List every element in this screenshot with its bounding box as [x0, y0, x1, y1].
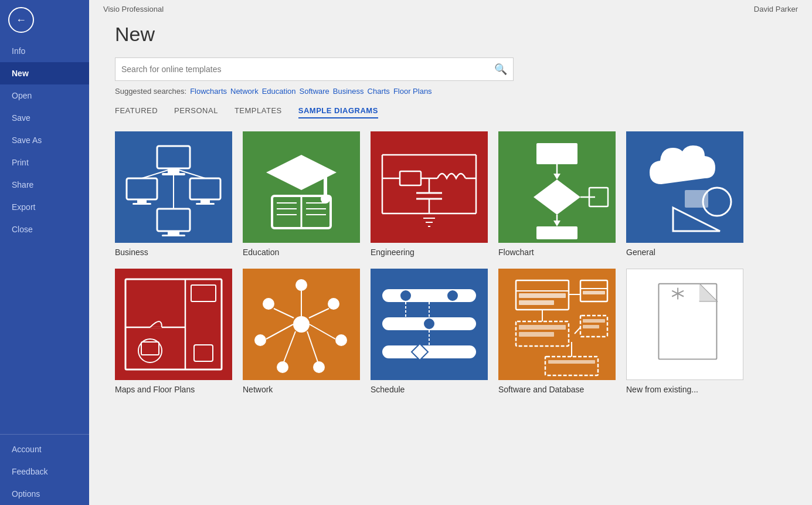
search-tag-floor-plans[interactable]: Floor Plans [393, 87, 432, 96]
tabs: FEATURED PERSONAL TEMPLATES SAMPLE DIAGR… [115, 106, 786, 118]
search-tag-business[interactable]: Business [333, 87, 364, 96]
svg-point-82 [423, 318, 435, 330]
sidebar-item-info[interactable]: Info [0, 40, 89, 62]
svg-rect-97 [519, 332, 554, 337]
svg-line-105 [575, 327, 580, 334]
svg-marker-52 [673, 208, 720, 231]
template-general[interactable]: General [626, 131, 743, 257]
svg-point-65 [328, 298, 339, 310]
sidebar-bottom: Account Feedback Options [0, 431, 89, 505]
svg-rect-8 [196, 203, 215, 205]
svg-rect-61 [191, 285, 216, 301]
svg-line-77 [274, 309, 294, 318]
tab-sample-diagrams[interactable]: SAMPLE DIAGRAMS [298, 106, 378, 118]
template-schedule-label: Schedule [371, 385, 488, 394]
sidebar-item-feedback[interactable]: Feedback [0, 460, 89, 483]
svg-rect-96 [519, 325, 566, 330]
svg-point-68 [277, 361, 288, 373]
search-tag-software[interactable]: Software [300, 87, 329, 96]
svg-line-76 [266, 324, 293, 339]
svg-line-74 [307, 331, 318, 362]
sidebar: ← Info New Open Save Save As Print Share… [0, 0, 89, 505]
sidebar-item-save[interactable]: Save [0, 107, 89, 129]
search-input[interactable] [121, 65, 494, 74]
template-network-label: Network [243, 385, 360, 394]
svg-rect-6 [190, 178, 220, 199]
svg-rect-90 [519, 293, 566, 298]
sidebar-item-print[interactable]: Print [0, 151, 89, 174]
sidebar-nav: Info New Open Save Save As Print Share E… [0, 40, 89, 505]
svg-rect-11 [162, 235, 185, 236]
template-maps-floor-label: Maps and Floor Plans [115, 385, 232, 394]
template-software-db[interactable]: Software and Database [498, 269, 616, 394]
template-flowchart-label: Flowchart [498, 248, 616, 257]
sidebar-item-close[interactable]: Close [0, 218, 89, 240]
svg-rect-0 [157, 146, 190, 168]
sidebar-item-new[interactable]: New [0, 62, 89, 84]
svg-point-70 [263, 298, 274, 310]
template-maps-floor[interactable]: Maps and Floor Plans [115, 269, 232, 394]
template-grid: Business [115, 131, 786, 394]
svg-rect-54 [685, 190, 708, 208]
svg-point-69 [254, 334, 266, 346]
svg-point-66 [335, 334, 347, 346]
search-tag-network[interactable]: Network [230, 87, 259, 96]
main-content: Visio Professional David Parker New 🔍 Su… [89, 0, 812, 505]
template-new-existing-label: New from existing... [626, 385, 743, 394]
sidebar-item-export[interactable]: Export [0, 196, 89, 218]
content-area: 🔍 Suggested searches: Flowcharts Network… [89, 57, 812, 412]
sidebar-item-open[interactable]: Open [0, 84, 89, 107]
template-education[interactable]: Education [243, 131, 360, 257]
svg-rect-78 [382, 289, 476, 302]
svg-rect-4 [137, 199, 147, 203]
template-education-label: Education [243, 248, 360, 257]
search-tag-flowcharts[interactable]: Flowcharts [190, 87, 227, 96]
svg-rect-5 [132, 203, 151, 205]
template-flowchart[interactable]: Flowchart [498, 131, 616, 257]
template-engineering[interactable]: Engineering [371, 131, 488, 257]
svg-rect-27 [400, 171, 421, 185]
svg-rect-101 [545, 357, 598, 375]
svg-line-73 [310, 324, 335, 339]
svg-marker-48 [553, 221, 560, 226]
search-box: 🔍 [115, 57, 514, 81]
tab-personal[interactable]: PERSONAL [174, 106, 218, 118]
template-business[interactable]: Business [115, 131, 232, 257]
svg-rect-43 [536, 143, 577, 164]
sidebar-item-save-as[interactable]: Save As [0, 129, 89, 151]
tab-featured[interactable]: FEATURED [115, 106, 158, 118]
svg-rect-3 [127, 178, 157, 199]
svg-rect-7 [201, 199, 210, 203]
svg-rect-102 [548, 360, 595, 364]
svg-line-72 [309, 309, 329, 318]
svg-marker-45 [553, 174, 560, 179]
svg-rect-60 [141, 342, 159, 355]
sidebar-item-account[interactable]: Account [0, 438, 89, 460]
svg-point-80 [447, 290, 458, 301]
topbar: Visio Professional David Parker [89, 0, 812, 18]
svg-rect-10 [168, 231, 179, 235]
svg-rect-49 [536, 226, 577, 239]
svg-rect-62 [194, 345, 213, 361]
search-tag-education[interactable]: Education [262, 87, 296, 96]
template-general-label: General [626, 248, 743, 257]
svg-line-75 [284, 331, 295, 362]
svg-rect-16 [324, 172, 327, 196]
template-network[interactable]: Network [243, 269, 360, 394]
template-new-existing[interactable]: New from existing... [626, 269, 743, 394]
user-name: David Parker [754, 5, 798, 13]
template-business-label: Business [115, 248, 232, 257]
back-button[interactable]: ← [8, 7, 34, 33]
sidebar-item-options[interactable]: Options [0, 483, 89, 505]
search-tag-charts[interactable]: Charts [368, 87, 390, 96]
suggested-searches: Suggested searches: Flowcharts Network E… [115, 87, 786, 96]
template-engineering-label: Engineering [371, 248, 488, 257]
svg-rect-9 [157, 209, 190, 231]
template-schedule[interactable]: Schedule [371, 269, 488, 394]
svg-marker-46 [534, 179, 580, 215]
search-button[interactable]: 🔍 [494, 63, 507, 76]
product-name: Visio Professional [103, 5, 164, 13]
page-title: New [115, 23, 812, 46]
sidebar-item-share[interactable]: Share [0, 174, 89, 196]
tab-templates[interactable]: TEMPLATES [235, 106, 282, 118]
